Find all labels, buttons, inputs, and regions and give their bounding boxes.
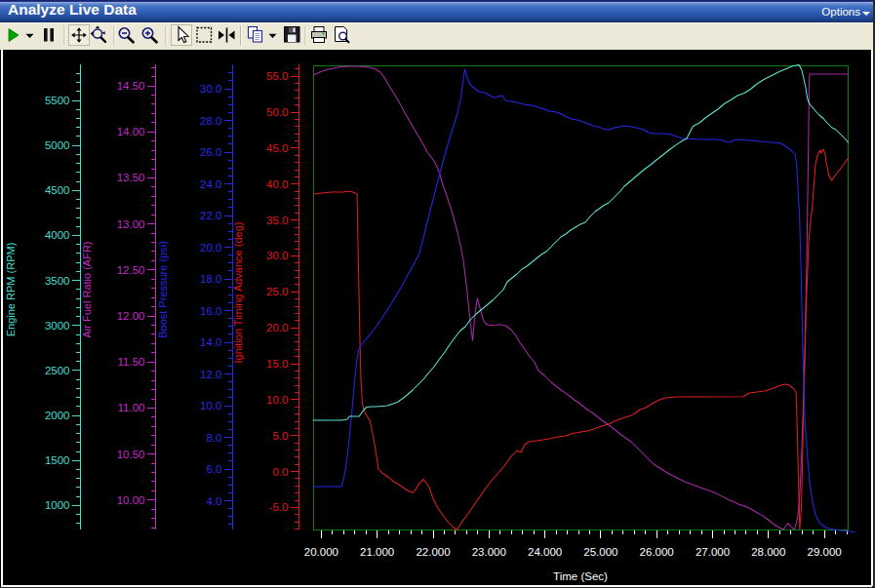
svg-text:-5.0: -5.0 bbox=[269, 501, 289, 513]
svg-text:15.0: 15.0 bbox=[266, 358, 288, 370]
svg-text:16.0: 16.0 bbox=[200, 305, 221, 317]
svg-text:Engine RPM (RPM): Engine RPM (RPM) bbox=[5, 243, 17, 337]
svg-text:4000: 4000 bbox=[45, 229, 70, 241]
svg-text:20.0: 20.0 bbox=[266, 322, 288, 333]
svg-text:11.50: 11.50 bbox=[118, 356, 145, 368]
svg-text:45.0: 45.0 bbox=[266, 142, 288, 154]
svg-text:4500: 4500 bbox=[45, 184, 70, 196]
svg-text:28.000: 28.000 bbox=[751, 546, 785, 558]
svg-text:14.00: 14.00 bbox=[117, 126, 145, 137]
svg-text:22.0: 22.0 bbox=[200, 210, 221, 221]
svg-text:Air Fuel Ratio (AFR): Air Fuel Ratio (AFR) bbox=[81, 241, 93, 337]
svg-text:18.0: 18.0 bbox=[200, 273, 221, 285]
svg-text:26.0: 26.0 bbox=[200, 146, 221, 158]
svg-text:Ignition Timing Advance (deg): Ignition Timing Advance (deg) bbox=[232, 222, 244, 364]
svg-text:10.0: 10.0 bbox=[200, 400, 221, 412]
svg-text:13.50: 13.50 bbox=[117, 172, 145, 183]
svg-text:5000: 5000 bbox=[45, 139, 70, 151]
svg-text:24.000: 24.000 bbox=[528, 546, 562, 558]
svg-text:5500: 5500 bbox=[45, 95, 70, 106]
svg-text:2500: 2500 bbox=[45, 365, 70, 376]
svg-text:35.0: 35.0 bbox=[266, 215, 288, 226]
svg-text:10.50: 10.50 bbox=[117, 449, 145, 460]
svg-text:10.0: 10.0 bbox=[266, 394, 288, 406]
svg-text:12.50: 12.50 bbox=[117, 264, 145, 276]
svg-text:40.0: 40.0 bbox=[266, 178, 288, 190]
svg-text:29.000: 29.000 bbox=[808, 546, 842, 558]
svg-text:5.0: 5.0 bbox=[273, 430, 289, 442]
svg-text:13.00: 13.00 bbox=[117, 218, 145, 230]
svg-text:30.0: 30.0 bbox=[200, 83, 221, 95]
svg-text:1000: 1000 bbox=[45, 499, 70, 511]
svg-text:14.0: 14.0 bbox=[200, 336, 221, 348]
svg-text:12.0: 12.0 bbox=[200, 369, 221, 380]
svg-text:50.0: 50.0 bbox=[266, 106, 288, 118]
svg-text:20.0: 20.0 bbox=[200, 242, 221, 254]
svg-text:55.0: 55.0 bbox=[266, 70, 288, 82]
svg-text:Boost Pressure (psi): Boost Pressure (psi) bbox=[157, 241, 169, 338]
svg-text:12.00: 12.00 bbox=[117, 310, 145, 322]
svg-text:22.000: 22.000 bbox=[416, 546, 450, 558]
svg-text:26.000: 26.000 bbox=[640, 546, 674, 558]
svg-text:8.0: 8.0 bbox=[207, 432, 222, 444]
svg-text:6.0: 6.0 bbox=[207, 463, 222, 475]
svg-text:Time (Sec): Time (Sec) bbox=[553, 570, 608, 582]
svg-text:24.0: 24.0 bbox=[200, 178, 221, 190]
svg-text:14.50: 14.50 bbox=[117, 80, 145, 92]
svg-text:2000: 2000 bbox=[45, 410, 70, 421]
svg-text:28.0: 28.0 bbox=[200, 115, 221, 127]
svg-text:25.0: 25.0 bbox=[266, 286, 288, 297]
svg-text:25.000: 25.000 bbox=[583, 546, 617, 558]
svg-text:11.00: 11.00 bbox=[118, 402, 145, 413]
svg-text:3000: 3000 bbox=[45, 320, 70, 332]
svg-text:1500: 1500 bbox=[45, 454, 70, 466]
svg-text:27.000: 27.000 bbox=[696, 546, 730, 558]
svg-text:20.000: 20.000 bbox=[304, 546, 338, 558]
svg-text:23.000: 23.000 bbox=[472, 546, 506, 558]
svg-text:30.0: 30.0 bbox=[266, 250, 288, 261]
svg-text:0.0: 0.0 bbox=[273, 466, 289, 478]
svg-text:4.0: 4.0 bbox=[207, 495, 222, 507]
svg-text:3500: 3500 bbox=[45, 275, 70, 287]
svg-text:21.000: 21.000 bbox=[360, 546, 394, 558]
svg-text:10.00: 10.00 bbox=[117, 494, 145, 506]
